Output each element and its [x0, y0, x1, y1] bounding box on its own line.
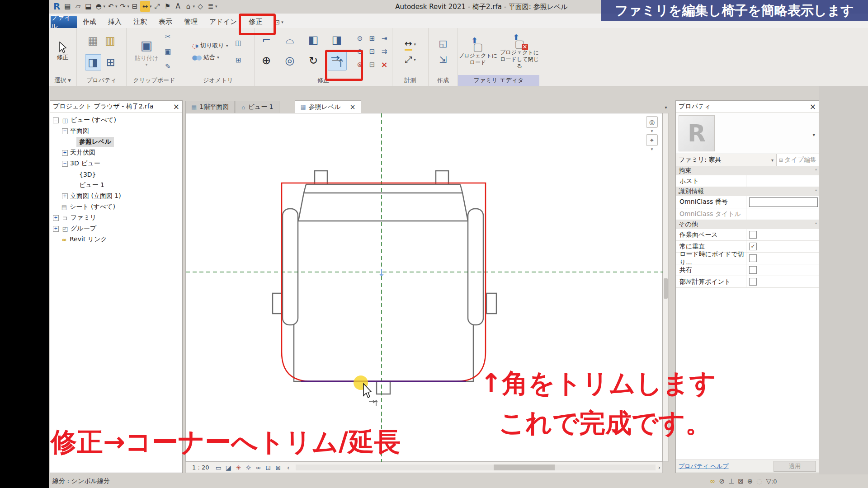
panel-select-label[interactable]: 選択 ▾ [49, 75, 76, 86]
properties-help-link[interactable]: プロパティ ヘルプ [679, 462, 729, 470]
visual-style-icon[interactable]: ◪ [223, 464, 233, 471]
apply-button[interactable]: 適用 [774, 461, 816, 472]
properties-toggle-icon[interactable]: ◨ [85, 54, 101, 70]
section-identity[interactable]: 識別情報 ▴ [676, 187, 819, 196]
redo-icon[interactable]: ↷ [118, 1, 127, 12]
scale-icon[interactable]: ⊡ [366, 45, 378, 58]
section-other[interactable]: その他 ▴ [676, 220, 819, 229]
properties-close-icon[interactable]: × [810, 102, 816, 111]
print-icon[interactable]: ⊟ [130, 1, 140, 12]
tree-item-ref-level[interactable]: 参照レベル [50, 136, 182, 147]
tree-item-floor-plans[interactable]: − 平面図 [50, 126, 182, 136]
project-browser-header[interactable]: プロジェクト ブラウザ - 椅子2.rfa × [50, 101, 182, 113]
revit-logo-icon[interactable]: R [52, 1, 62, 12]
mirror-pick-axis-icon[interactable]: ◧ [304, 31, 322, 49]
shared-checkbox[interactable] [749, 266, 757, 274]
create-group-icon[interactable]: ◱ [437, 37, 449, 50]
tree-item-groups[interactable]: + ◰ グループ [50, 223, 182, 234]
offset-icon[interactable]: ⌓ [281, 31, 299, 49]
rotate-icon[interactable]: ↻ [304, 52, 322, 70]
horizontal-scroll-thumb[interactable] [494, 465, 555, 470]
tab-list-caret-icon[interactable]: ▾ [663, 102, 669, 112]
collapse-icon[interactable]: − [53, 117, 59, 123]
tree-item-elevations[interactable]: + 立面図 (立面図 1) [50, 191, 182, 202]
tab-view[interactable]: 表示 [153, 16, 178, 28]
copy-to-clipboard-icon[interactable]: ▣ [162, 45, 174, 58]
paint-icon[interactable]: ◫ [232, 37, 244, 49]
thin-lines-icon[interactable]: ≣ [206, 1, 216, 12]
pin-icon[interactable]: ⊟ [366, 58, 378, 71]
omniclass-number-input[interactable] [749, 197, 818, 207]
cut-icon[interactable]: ✂ [162, 30, 174, 43]
detail-level-icon[interactable]: ▭ [213, 464, 223, 471]
canvas-horizontal-scrollbar[interactable] [296, 465, 655, 470]
open-icon[interactable]: ▱ [73, 1, 83, 12]
create-similar-icon[interactable]: ⇲ [437, 53, 449, 66]
expand-icon[interactable]: + [62, 193, 68, 199]
load-into-project-close-button[interactable]: ▢ ⬆ ✕ プロジェクトに ロードして閉じる [500, 34, 539, 70]
properties-palette-icon[interactable]: ▦ [85, 33, 101, 48]
tree-item-revit-links[interactable]: ∞ Revit リンク [50, 234, 182, 245]
load-into-project-button[interactable]: ▢ ⬆ プロジェクトに ロード [458, 37, 498, 66]
measure-icon[interactable]: ⤢ [152, 1, 162, 12]
array-icon[interactable]: ⊞ [366, 32, 378, 45]
ribbon-display-toggle[interactable]: ⊡ ▾ [274, 16, 283, 28]
render-caret-icon[interactable]: ▾ [103, 4, 105, 9]
trim-single-icon[interactable]: ⇥ [378, 32, 390, 45]
show-crop-icon[interactable]: ⊠ [273, 464, 283, 471]
tree-item-ceiling-plans[interactable]: + 天井伏図 [50, 147, 182, 158]
project-browser-close-icon[interactable]: × [173, 102, 179, 111]
selector-caret-icon[interactable]: ▾ [812, 132, 815, 138]
scale-button[interactable]: 1 : 20 [192, 464, 209, 471]
prop-value[interactable] [746, 208, 819, 220]
scroll-right-icon[interactable]: › [658, 464, 660, 471]
collapse-icon[interactable]: − [62, 161, 68, 167]
always-vertical-checkbox[interactable]: ✓ [749, 243, 757, 250]
measure-distance-button[interactable]: ↔ ▾ [405, 38, 416, 51]
demolish-icon[interactable]: ⊞ [232, 54, 244, 66]
qat-customize-caret-icon[interactable]: ▾ [215, 4, 217, 9]
zoom-tool-icon[interactable]: ⌖ [646, 134, 658, 146]
tree-item-3d-views[interactable]: − 3D ビュー [50, 158, 182, 169]
tab-addins[interactable]: アドイン [203, 16, 243, 28]
crop-view-icon[interactable]: ⊡ [263, 464, 273, 471]
tree-item-view1[interactable]: ビュー 1 [50, 180, 182, 191]
view-caret-icon[interactable]: ▾ [193, 4, 195, 9]
tree-item-sheets[interactable]: ▤ シート (すべて) [50, 202, 182, 212]
edit-type-button[interactable]: ⊞ タイプ編集 [777, 154, 819, 166]
copy-icon[interactable]: ◎ [281, 52, 299, 70]
vertical-scroll-thumb[interactable] [664, 278, 668, 299]
select-links-icon[interactable]: ∞ [710, 477, 716, 485]
tab-file[interactable]: ファイル [51, 16, 77, 28]
zoom-caret-icon[interactable]: ▾ [651, 147, 653, 151]
join-geometry-button[interactable]: ⬤⬤ 結合 ▾ [192, 53, 219, 61]
move-icon[interactable]: ⊕ [257, 52, 275, 70]
paste-button[interactable]: ▣ 貼り付け ▾ [135, 36, 159, 67]
type-selector-preview[interactable]: R ▾ [676, 113, 819, 154]
sun-path-icon[interactable]: ☀ [233, 464, 243, 471]
redo-caret-icon[interactable]: ▾ [127, 4, 129, 9]
select-pinned-icon[interactable]: ⊥ [728, 477, 734, 485]
type-selector-combo[interactable]: ファミリ: 家具 ▾ [676, 154, 777, 166]
wheel-caret-icon[interactable]: ▾ [651, 129, 653, 133]
tab-create[interactable]: 作成 [77, 16, 102, 28]
view-tab-level1-plan[interactable]: ▦ 1階平面図 [185, 101, 235, 113]
view-tab-view1[interactable]: ⌂ ビュー 1 [236, 101, 279, 113]
select-underlay-icon[interactable]: ⊘ [719, 477, 725, 485]
cut-voids-checkbox[interactable] [749, 254, 757, 262]
modify-select-button[interactable]: 修正 [49, 28, 76, 75]
match-type-icon[interactable]: ✎ [162, 60, 174, 73]
room-calc-checkbox[interactable] [749, 278, 757, 286]
section-constraints[interactable]: 拘束 ▴ [676, 166, 819, 175]
view-tab-close-icon[interactable]: × [350, 103, 356, 111]
tree-item-3d[interactable]: {3D} [50, 169, 182, 180]
shadows-icon[interactable]: ☼ [243, 464, 253, 471]
tab-insert[interactable]: 挿入 [102, 16, 127, 28]
properties-header[interactable]: プロパティ × [676, 101, 819, 113]
render-icon[interactable]: ◓ [94, 1, 104, 12]
tag-icon[interactable]: ⚑ [163, 1, 173, 12]
trim-multiple-icon[interactable]: ⇉ [378, 45, 390, 58]
save-icon[interactable]: ⬓ [83, 1, 93, 12]
tab-annotate[interactable]: 注釈 [127, 16, 153, 28]
dimension-caret-icon[interactable]: ▾ [150, 4, 152, 9]
